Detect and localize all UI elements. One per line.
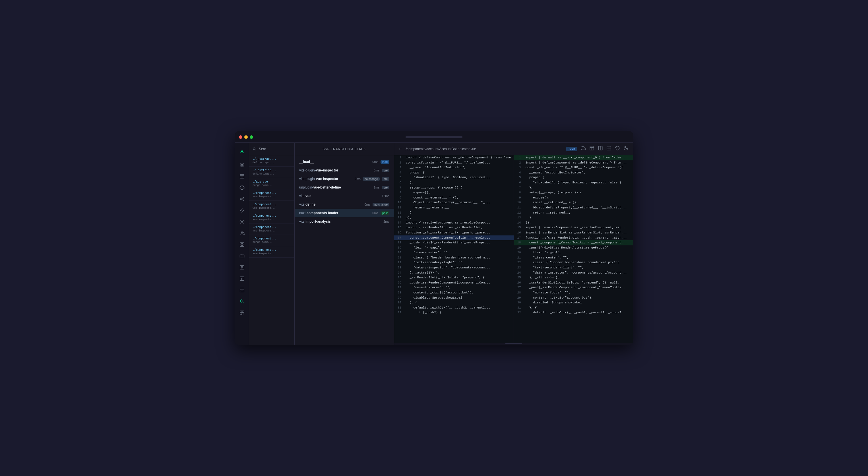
line-number: 9 (394, 195, 405, 200)
table-row: 4 props: { (394, 170, 514, 176)
topbar: ← ./components/account/AccountBotIndicat… (394, 143, 633, 155)
sidebar-item-settings[interactable] (237, 217, 247, 227)
moon-icon[interactable] (623, 146, 628, 152)
line-number: 29 (514, 295, 524, 300)
sidebar-item-search[interactable] (237, 296, 247, 307)
line-number: 6 (394, 180, 405, 185)
table-row: 3 const _sfc_main = /* @__PURE__ */ _def… (514, 165, 633, 170)
transform-item[interactable]: nuxt:components-loader0mspost (294, 209, 394, 217)
transform-item[interactable]: vite:vue12ms (294, 192, 394, 200)
sidebar (235, 143, 249, 345)
close-button[interactable] (239, 135, 242, 139)
table-row: 27 "no-auto-focus": "", (394, 285, 514, 290)
line-number: 18 (514, 240, 524, 245)
sidebar-item-pages[interactable] (237, 262, 247, 273)
transform-panel: SSR TRANSFORM STACK __load__0msloadvite-… (294, 143, 394, 345)
transform-item[interactable]: vite-plugin-vue-inspector0mspre (294, 166, 394, 174)
line-code: disabled: $props.showLabel (405, 295, 513, 300)
file-item[interactable]: ./app.vue purge-comm... (249, 178, 294, 189)
scroll-indicator (505, 343, 522, 344)
file-path: ./component... (253, 237, 291, 240)
line-number: 14 (514, 220, 524, 225)
file-path: ./component... (253, 226, 291, 229)
table-row: 30 }, { (394, 300, 514, 306)
file-desc: vue-inspecto... (253, 252, 291, 255)
sidebar-item-overview[interactable] (237, 160, 247, 170)
split-icon[interactable] (598, 146, 603, 152)
transform-item[interactable]: vite-plugin-vue-inspector0msno change pr… (294, 174, 394, 183)
svg-rect-35 (590, 146, 594, 150)
cloud-icon[interactable] (581, 146, 586, 152)
code-panel-left[interactable]: 1 import { defineComponent as _defineCom… (394, 155, 514, 343)
sidebar-item-files[interactable] (237, 171, 247, 182)
transform-item[interactable]: vite:import-analysis2ms (294, 217, 394, 226)
sidebar-item-layouts[interactable] (237, 274, 247, 284)
maximize-button[interactable] (250, 135, 253, 139)
file-desc: define impo... (253, 172, 291, 176)
refresh-icon[interactable] (615, 146, 620, 152)
split-vertical-icon[interactable] (606, 146, 612, 152)
table-row: 25 }, _attrs))}>`); (514, 275, 633, 280)
sidebar-item-plugins[interactable] (237, 205, 247, 216)
line-code: import { resolveComponent as _resolveCom… (524, 225, 633, 230)
topbar-actions (581, 146, 628, 152)
line-code: import { defineComponent as _defineCompo… (524, 160, 633, 165)
sidebar-item-imports[interactable] (237, 194, 247, 204)
line-number: 2 (394, 160, 405, 165)
back-button[interactable]: ← (399, 147, 402, 152)
table-row: 29 disabled: $props.showLabel (394, 295, 514, 300)
sidebar-item-modules[interactable] (237, 251, 247, 261)
file-item[interactable]: ./component... vue-inspecto... (249, 189, 294, 201)
line-number: 23 (394, 265, 405, 271)
file-item[interactable]: ./component... vue-inspecto... (249, 223, 294, 235)
line-code: return __returned__; (405, 205, 513, 211)
sidebar-item-extensions[interactable] (237, 308, 247, 318)
svg-point-33 (253, 148, 255, 150)
transform-item[interactable]: vite:define0msno change (294, 200, 394, 209)
minimize-button[interactable] (244, 135, 248, 139)
svg-point-6 (240, 199, 241, 200)
file-item[interactable]: ./.nuxt/i18... define impo... (249, 167, 294, 178)
line-code: "items-center": "", (524, 255, 633, 260)
table-row: 10 const __returned__ = {}; (514, 200, 633, 205)
file-path: ./.nuxt/i18... (253, 169, 291, 172)
transform-item[interactable]: unplugin-vue-better-define1mspre (294, 183, 394, 192)
file-item[interactable]: ./.nuxt/app... define impo... (249, 155, 294, 167)
code-panels: 1 import { defineComponent as _defineCom… (394, 155, 633, 343)
transform-time: 12ms (382, 194, 389, 198)
table-row: 6 "showLabel": { type: Boolean, required… (514, 180, 633, 185)
line-code: const _sfc_main = /* @__PURE__ */ _defin… (524, 165, 633, 170)
line-number: 24 (514, 271, 524, 276)
line-code: "showLabel": { type: Boolean, required: … (524, 180, 633, 185)
transform-item[interactable]: __load__0msload (294, 158, 394, 166)
file-item[interactable]: ./component... purge-comm... (249, 235, 294, 246)
svg-rect-17 (242, 245, 244, 247)
line-code: flex: "~ gap1", (524, 250, 633, 255)
svg-rect-16 (240, 245, 242, 247)
code-panel-right[interactable]: 1 import { default as __nuxt_component_0… (514, 155, 633, 343)
line-number: 18 (394, 240, 405, 245)
line-number: 16 (394, 230, 405, 235)
table-row: 17 function _sfc_ssrRender(_ctx, _push, … (514, 235, 633, 241)
sidebar-item-users[interactable] (237, 228, 247, 238)
file-item[interactable]: ./component... vue-inspecto... (249, 246, 294, 258)
line-number: 17 (394, 235, 405, 241)
sidebar-item-components[interactable] (237, 183, 247, 193)
file-item[interactable]: ./component... vue-inspecto... (249, 201, 294, 212)
table-row: 23 "text-secondary-light": "", (514, 265, 633, 271)
transform-name: unplugin-vue-better-define (299, 185, 371, 189)
transform-time: 0ms (365, 203, 371, 206)
file-item[interactable]: ./component... vue-inspecto... (249, 212, 294, 223)
table-row: 18 _push(`<div${_ssrRenderAttrs(_mergePr… (394, 240, 514, 245)
transform-name: vite-plugin-vue-inspector (299, 177, 352, 181)
layout-icon[interactable] (589, 146, 594, 152)
table-row: 23 "data-v-inspector": "components/accou… (394, 265, 514, 271)
main-layout: Sear ./.nuxt/app... define impo... ./.nu… (235, 143, 633, 345)
line-code: _ssrRenderSlot(_ctx.$slots, "prepend", {… (524, 280, 633, 285)
table-row: 29 content: _ctx.$t("account.bot"), (514, 295, 633, 300)
line-code: }, _attrs))}>`); (405, 271, 513, 276)
line-number: 21 (514, 255, 524, 260)
sidebar-item-assets[interactable] (237, 240, 247, 250)
line-code: _ssrRenderSlot(_ctx.$slots, "prepend", { (405, 275, 513, 280)
sidebar-item-nitro[interactable] (237, 285, 247, 295)
